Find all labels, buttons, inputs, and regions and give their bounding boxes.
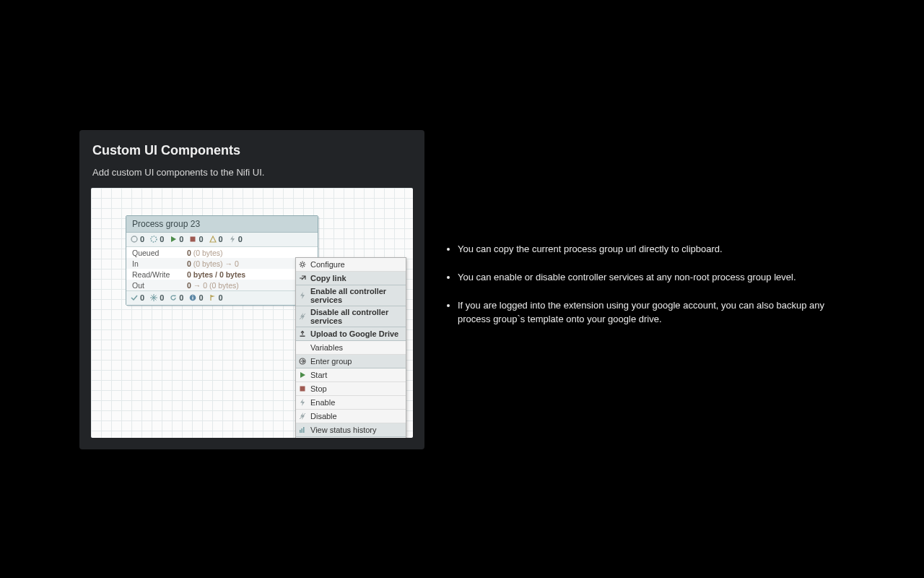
- stats-row: Out0 → 0 (0 bytes): [126, 280, 318, 290]
- svg-marker-24: [300, 292, 305, 299]
- svg-marker-10: [175, 295, 177, 296]
- svg-point-1: [151, 236, 157, 242]
- process-group[interactable]: Process group 23 000000 Queued0 (0 bytes…: [126, 215, 318, 306]
- svg-rect-3: [191, 237, 196, 242]
- svg-marker-33: [300, 399, 305, 406]
- svg-marker-4: [210, 236, 216, 242]
- menu-item-label: Disable all controller services: [310, 308, 401, 325]
- status-count: 0: [140, 235, 144, 243]
- menu-item-copy-link[interactable]: Copy link: [296, 272, 406, 285]
- menu-item-view-connections[interactable]: View connections: [296, 437, 406, 438]
- running-icon: [170, 236, 177, 243]
- stats-row: In0 (0 bytes) → 0: [126, 258, 318, 269]
- svg-rect-38: [303, 427, 305, 433]
- svg-line-21: [304, 266, 305, 267]
- svg-line-23: [300, 266, 301, 267]
- footer-count: 0: [140, 293, 144, 302]
- stats-label: Queued: [126, 247, 181, 258]
- svg-rect-36: [300, 430, 301, 433]
- svg-rect-32: [300, 387, 305, 392]
- process-group-stats-table: Queued0 (0 bytes)In0 (0 bytes) → 0Read/W…: [126, 247, 318, 290]
- card-title: Custom UI Components: [92, 143, 413, 158]
- footer-count: 0: [199, 293, 203, 302]
- stop-icon: [299, 385, 306, 392]
- menu-item-label: Enable: [310, 398, 335, 407]
- process-group-status-bar: 000000: [126, 233, 318, 247]
- status-count: 0: [160, 235, 164, 243]
- menu-item-disable-all-controller-services[interactable]: Disable all controller services: [296, 306, 406, 327]
- menu-item-label: Start: [310, 371, 327, 379]
- svg-rect-37: [302, 428, 303, 433]
- context-menu: ConfigureCopy linkEnable all controller …: [295, 257, 406, 438]
- menu-item-label: Enter group: [310, 357, 352, 366]
- menu-item-label: Variables: [310, 343, 343, 352]
- bolt-icon: [299, 292, 306, 299]
- bulletin-icon: [209, 294, 217, 301]
- process-group-title: Process group 23: [126, 216, 318, 233]
- svg-point-15: [301, 263, 304, 266]
- menu-item-start[interactable]: Start: [296, 368, 406, 382]
- menu-item-enable[interactable]: Enable: [296, 396, 406, 410]
- disabled-icon: [229, 236, 236, 243]
- stats-value: 0 (0 bytes): [181, 247, 318, 258]
- bolt-off-icon: [299, 413, 306, 420]
- bolt-off-icon: [299, 313, 306, 320]
- footer-count: 0: [219, 293, 223, 302]
- not-transmitting-icon: [150, 236, 157, 243]
- link-icon: [299, 275, 306, 282]
- feature-card: Custom UI Components Add custom UI compo…: [79, 130, 424, 449]
- menu-item-label: Disable: [310, 412, 337, 420]
- stats-label: In: [126, 258, 181, 269]
- gear-icon: [299, 261, 306, 268]
- info-icon: [189, 294, 196, 301]
- feature-bullet: If you are logged into the extension usi…: [458, 299, 834, 327]
- feature-bullet: You can enable or disable controller ser…: [458, 271, 834, 285]
- svg-rect-27: [300, 336, 305, 337]
- menu-item-enable-all-controller-services[interactable]: Enable all controller services: [296, 285, 406, 306]
- status-count: 0: [179, 235, 183, 243]
- svg-rect-13: [193, 296, 193, 296]
- svg-marker-2: [171, 236, 176, 242]
- menu-item-label: Upload to Google Drive: [310, 329, 398, 338]
- footer-count: 0: [179, 293, 183, 302]
- menu-item-label: Copy link: [310, 274, 346, 282]
- menu-item-view-status-history[interactable]: View status history: [296, 423, 406, 437]
- up-to-date-icon: [131, 294, 138, 301]
- menu-item-upload-to-google-drive[interactable]: Upload to Google Drive: [296, 327, 406, 341]
- menu-item-label: Configure: [310, 260, 345, 269]
- status-count: 0: [199, 235, 203, 243]
- menu-item-label: Stop: [310, 384, 327, 393]
- transmitting-icon: [131, 236, 138, 243]
- svg-point-0: [131, 236, 137, 242]
- sync-icon: [170, 294, 177, 301]
- stats-label: Read/Write: [126, 269, 181, 280]
- card-description: Add custom UI components to the Nifi UI.: [92, 167, 413, 178]
- svg-marker-31: [300, 372, 305, 378]
- stopped-icon: [189, 236, 196, 243]
- menu-item-configure[interactable]: Configure: [296, 258, 406, 272]
- chart-icon: [299, 426, 306, 434]
- status-count: 0: [219, 235, 223, 243]
- footer-count: 0: [160, 293, 164, 302]
- svg-rect-12: [193, 297, 193, 300]
- enter-icon: [299, 358, 306, 365]
- svg-line-20: [300, 262, 301, 263]
- play-icon: [299, 371, 306, 379]
- stats-row: Queued0 (0 bytes): [126, 247, 318, 258]
- svg-line-22: [304, 262, 305, 263]
- menu-item-disable[interactable]: Disable: [296, 410, 406, 423]
- feature-bullet: You can copy the current process group u…: [458, 243, 834, 256]
- locally-modified-icon: [150, 294, 157, 301]
- menu-item-label: View status history: [310, 426, 377, 434]
- menu-item-variables[interactable]: Variables: [296, 341, 406, 355]
- status-count: 0: [238, 235, 243, 243]
- stats-label: Out: [126, 280, 181, 290]
- svg-marker-5: [230, 236, 235, 243]
- nifi-canvas: Process group 23 000000 Queued0 (0 bytes…: [91, 188, 413, 438]
- feature-bullets: You can copy the current process group u…: [445, 243, 834, 340]
- menu-item-enter-group[interactable]: Enter group: [296, 355, 406, 368]
- bolt-icon: [299, 399, 306, 406]
- invalid-icon: [209, 236, 217, 243]
- menu-item-stop[interactable]: Stop: [296, 382, 406, 396]
- process-group-footer-bar: 00000: [126, 290, 318, 305]
